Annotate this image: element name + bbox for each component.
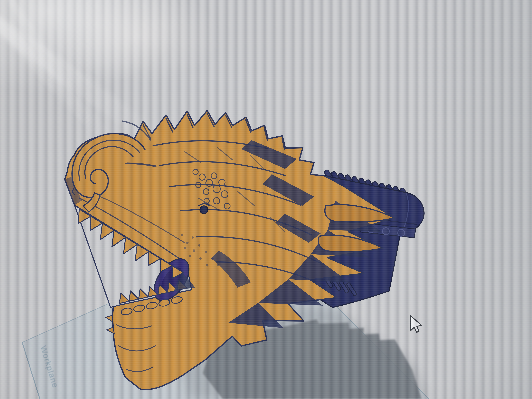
arrow-pointer-icon: [411, 316, 422, 332]
cad-viewport[interactable]: Workplane: [0, 0, 532, 399]
eye: [200, 206, 208, 214]
photographed-monitor: { "canvas": { "workplane": { "label": "W…: [0, 0, 532, 399]
